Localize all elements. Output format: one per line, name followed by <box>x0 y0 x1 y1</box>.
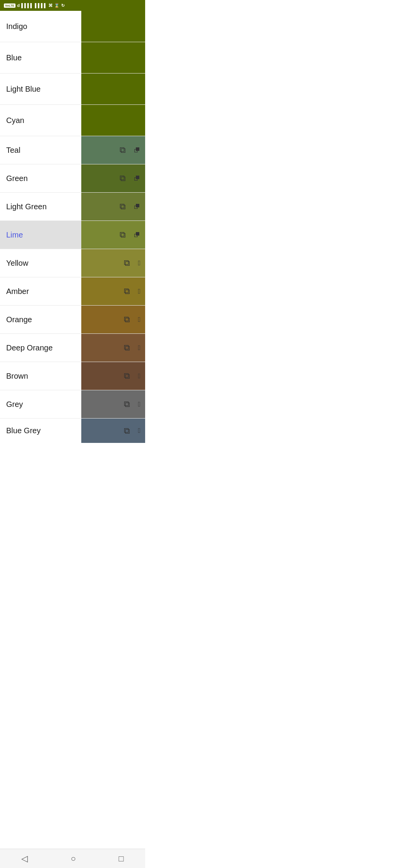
copy-button[interactable]: ⧉ <box>124 426 130 436</box>
list-item-right <box>81 42 145 73</box>
item-label-bluegrey: Blue Grey <box>6 426 41 435</box>
list-item-left: Orange <box>0 306 81 333</box>
list-item[interactable]: Indigo <box>0 11 145 42</box>
list-item-left: Amber <box>0 277 81 305</box>
list-item-left: Indigo <box>0 11 81 42</box>
list-item[interactable]: Blue <box>0 42 145 73</box>
share-button[interactable]: 𫪻 <box>138 344 140 352</box>
item-label-amber: Amber <box>6 287 29 296</box>
list-item-right: ⧉ 𫪻 <box>81 249 145 277</box>
list-item[interactable]: Light Green ⧉ ⮻ <box>0 193 145 220</box>
list-item-left: Yellow <box>0 249 81 277</box>
status-left: VoLTE d ▌▌▌▌ ▌▌▌▌ ⌘ ⌛ ↻ <box>4 3 65 8</box>
copy-button[interactable]: ⧉ <box>124 286 130 296</box>
list-item-right: ⧉ ⮻ <box>81 221 145 249</box>
item-label-green: Green <box>6 174 28 183</box>
item-label-lime: Lime <box>6 231 23 239</box>
list-item[interactable]: Yellow ⧉ 𫪻 <box>0 249 145 277</box>
share-button[interactable]: 𫪻 <box>138 287 140 296</box>
list-item-left: Light Green <box>0 193 81 220</box>
list-item[interactable]: Grey ⧉ 𫪻 <box>0 390 145 418</box>
list-item-left: Teal <box>0 136 81 164</box>
list-item-right: ⧉ ⮻ <box>81 136 145 164</box>
list-item-left: Light Blue <box>0 73 81 104</box>
list-item[interactable]: Amber ⧉ 𫪻 <box>0 277 145 305</box>
share-button[interactable]: 𫪻 <box>138 316 140 324</box>
list-item-left: Blue Grey <box>0 419 81 443</box>
list-item-left: Green <box>0 164 81 192</box>
list-item[interactable]: Cyan <box>0 105 145 136</box>
copy-button[interactable]: ⧉ <box>120 202 126 212</box>
item-label-lightblue: Light Blue <box>6 85 41 94</box>
copy-button[interactable]: ⧉ <box>124 399 130 409</box>
copy-button[interactable]: ⧉ <box>124 343 130 353</box>
item-label-cyan: Cyan <box>6 116 24 125</box>
list-item-right: ⧉ 𫪻 <box>81 362 145 390</box>
list-item-right <box>81 73 145 104</box>
list-item-right: ⧉ 𫪻 <box>81 390 145 418</box>
item-label-orange: Orange <box>6 315 32 324</box>
item-label-deeporange: Deep Orange <box>6 343 53 352</box>
share-button[interactable]: ⮻ <box>134 203 140 211</box>
copy-button[interactable]: ⧉ <box>120 145 126 155</box>
list-item-left: Lime <box>0 221 81 249</box>
list-item-right: ⧉ ⮻ <box>81 193 145 220</box>
list-item[interactable]: Brown ⧉ 𫪻 <box>0 362 145 390</box>
signal-bars-2: ▌▌▌▌ <box>35 3 47 8</box>
copy-button[interactable]: ⧉ <box>120 230 126 240</box>
wifi-icon: ⌘ <box>48 3 53 8</box>
list-item-left: Deep Orange <box>0 334 81 362</box>
list-item-left: Grey <box>0 390 81 418</box>
item-label-yellow: Yellow <box>6 259 28 268</box>
list-item-right: ⧉ 𫪻 <box>81 306 145 333</box>
share-button[interactable]: ⮻ <box>134 146 140 154</box>
item-label-brown: Brown <box>6 372 28 381</box>
list-item-right: ⧉ 𫪻 <box>81 334 145 362</box>
list-item-left: Blue <box>0 42 81 73</box>
share-button[interactable]: 𫪻 <box>138 400 140 408</box>
list-item-selected[interactable]: Lime ⧉ ⮻ <box>0 221 145 249</box>
list-item-right <box>81 105 145 136</box>
share-button[interactable]: ⮻ <box>134 231 140 239</box>
share-button[interactable]: 𫪻 <box>138 259 140 267</box>
share-button[interactable]: ⮻ <box>134 174 140 183</box>
signal-bars-1: ▌▌▌▌ <box>21 3 33 8</box>
hourglass-icon: ⌛ <box>54 3 60 8</box>
copy-button[interactable]: ⧉ <box>120 173 126 183</box>
copy-button[interactable]: ⧉ <box>124 371 130 381</box>
list-item-right <box>81 11 145 42</box>
share-button[interactable]: 𫪻 <box>138 427 140 435</box>
list-item[interactable]: Light Blue <box>0 73 145 104</box>
volte-badge: VoLTE <box>4 3 15 8</box>
list-item[interactable]: Teal ⧉ ⮻ <box>0 136 145 164</box>
signal-icon-1: d <box>17 3 20 8</box>
refresh-icon: ↻ <box>61 3 65 8</box>
list-item-left: Brown <box>0 362 81 390</box>
list-item-right: ⧉ 𫪻 <box>81 419 145 443</box>
color-list: Indigo Blue Light Blue Cyan <box>0 11 145 443</box>
item-label-teal: Teal <box>6 146 21 155</box>
page-wrapper: VoLTE d ▌▌▌▌ ▌▌▌▌ ⌘ ⌛ ↻ N ⏰ ✦ 61% 🔋 20:0… <box>0 0 145 443</box>
list-item[interactable]: Blue Grey ⧉ 𫪻 <box>0 419 145 443</box>
copy-button[interactable]: ⧉ <box>124 314 130 325</box>
list-item[interactable]: Green ⧉ ⮻ <box>0 164 145 192</box>
copy-button[interactable]: ⧉ <box>124 258 130 268</box>
list-item-left: Cyan <box>0 105 81 136</box>
item-label-lightgreen: Light Green <box>6 202 47 211</box>
list-item-right: ⧉ ⮻ <box>81 164 145 192</box>
item-label-blue: Blue <box>6 53 22 62</box>
list-item-right: ⧉ 𫪻 <box>81 277 145 305</box>
list-item[interactable]: Orange ⧉ 𫪻 <box>0 306 145 333</box>
share-button[interactable]: 𫪻 <box>138 372 140 380</box>
item-label-indigo: Indigo <box>6 22 27 31</box>
item-label-grey: Grey <box>6 400 23 409</box>
list-item[interactable]: Deep Orange ⧉ 𫪻 <box>0 334 145 362</box>
